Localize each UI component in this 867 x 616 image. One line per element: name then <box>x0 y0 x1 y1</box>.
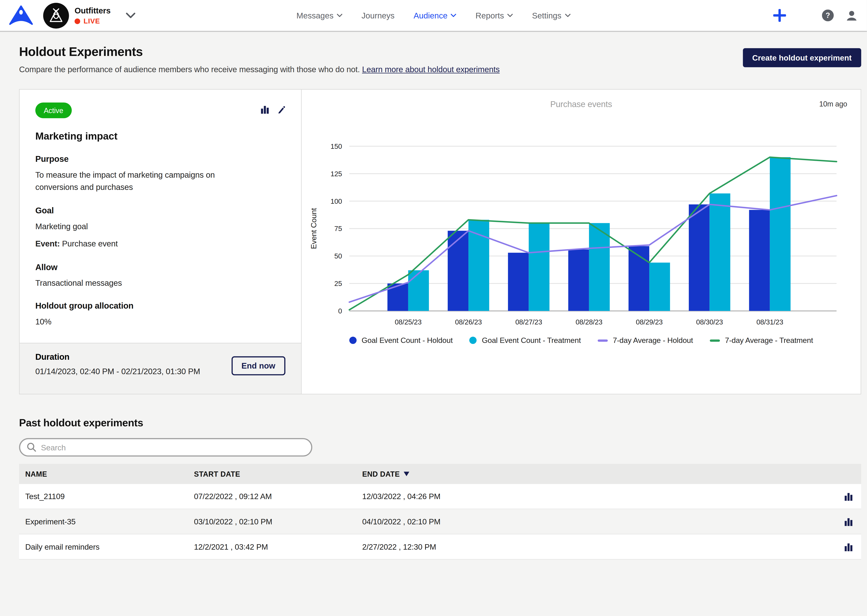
experiment-chart-panel: Purchase events 10m ago 0255075100125150… <box>302 90 861 394</box>
purchase-events-chart: 025507510012515008/25/2308/26/2308/27/23… <box>302 129 863 337</box>
legend-line-treatment-icon <box>710 339 720 341</box>
table-header-row: NAME START DATE END DATE <box>19 464 861 484</box>
goal-text: Marketing goal <box>35 220 285 233</box>
legend-line-holdout-icon <box>597 339 608 341</box>
start-date-cell: 03/10/2022 , 02:10 PM <box>194 517 362 526</box>
view-report-icon[interactable] <box>844 492 853 501</box>
project-switcher-chevron-icon[interactable] <box>126 12 136 19</box>
purpose-label: Purpose <box>35 154 285 163</box>
goal-section: Goal Marketing goal Event: Purchase even… <box>35 206 285 250</box>
legend-item: 7-day Average - Holdout <box>597 336 693 344</box>
nav-settings[interactable]: Settings <box>532 11 571 20</box>
active-experiment-card: Active Marketing impact Purpose To measu… <box>19 89 861 394</box>
svg-text:08/27/23: 08/27/23 <box>515 318 542 326</box>
account-icon[interactable] <box>845 9 858 22</box>
allocation-value: 10% <box>35 316 285 328</box>
start-date-cell: 07/22/2022 , 09:12 AM <box>194 492 362 501</box>
top-bar: Outfitters LIVE Messages Journeys Audien… <box>0 0 867 32</box>
nav-audience[interactable]: Audience <box>414 11 457 20</box>
brand-avatar <box>43 3 69 28</box>
goal-label: Goal <box>35 206 285 215</box>
table-row: Experiment-35 03/10/2022 , 02:10 PM 04/1… <box>19 509 861 534</box>
column-header-name[interactable]: NAME <box>25 470 194 478</box>
end-date-cell: 04/10/2022 , 02:10 PM <box>362 517 835 526</box>
allocation-section: Holdout group allocation 10% <box>35 301 285 328</box>
end-date-cell: 12/03/2022 , 04:26 PM <box>362 492 835 501</box>
legend-dot-holdout-icon <box>349 337 356 344</box>
svg-text:?: ? <box>826 11 830 19</box>
page-title: Holdout Experiments <box>19 45 861 59</box>
allow-text: Transactional messages <box>35 277 285 289</box>
legend-item: Goal Event Count - Holdout <box>349 336 452 344</box>
create-plus-icon[interactable] <box>773 9 786 22</box>
learn-more-link[interactable]: Learn more about holdout experiments <box>362 65 500 74</box>
search-icon <box>27 443 36 452</box>
view-report-icon[interactable] <box>844 543 853 551</box>
brand-name: Outfitters <box>75 6 111 15</box>
view-report-icon[interactable] <box>261 105 269 114</box>
allow-label: Allow <box>35 262 285 272</box>
column-header-start-date[interactable]: START DATE <box>194 470 362 478</box>
nav-journeys[interactable]: Journeys <box>361 11 394 20</box>
main-content: Holdout Experiments Compare the performa… <box>19 32 861 559</box>
svg-text:08/28/23: 08/28/23 <box>575 318 602 326</box>
chevron-down-icon <box>508 14 512 16</box>
edit-pencil-icon[interactable] <box>277 105 285 114</box>
nav-messages[interactable]: Messages <box>296 11 342 20</box>
airship-logo-icon[interactable] <box>8 5 34 26</box>
purpose-section: Purpose To measure the impact of marketi… <box>35 154 285 194</box>
past-experiments-table: NAME START DATE END DATE Test_21109 07/2… <box>19 464 861 559</box>
experiment-name-cell: Experiment-35 <box>25 517 194 526</box>
svg-text:08/26/23: 08/26/23 <box>455 318 482 326</box>
chart-legend: Goal Event Count - Holdout Goal Event Co… <box>302 336 861 344</box>
chevron-down-icon <box>337 14 342 16</box>
purpose-text: To measure the impact of marketing campa… <box>35 169 242 194</box>
page-header: Holdout Experiments Compare the performa… <box>19 32 861 74</box>
main-nav: Messages Journeys Audience Reports Setti… <box>296 11 571 20</box>
live-badge: LIVE <box>75 17 111 25</box>
legend-item: 7-day Average - Treatment <box>710 336 813 344</box>
column-header-end-date[interactable]: END DATE <box>362 470 835 478</box>
svg-text:Event Count: Event Count <box>309 208 318 249</box>
chart-title: Purchase events <box>302 99 861 108</box>
svg-text:08/29/23: 08/29/23 <box>636 318 663 326</box>
end-date-cell: 2/27/2022 , 12:30 PM <box>362 542 835 551</box>
app: Outfitters LIVE Messages Journeys Audien… <box>0 0 867 616</box>
search-bar[interactable] <box>19 438 312 457</box>
svg-text:75: 75 <box>334 225 342 233</box>
start-date-cell: 12/2/2021 , 03:42 PM <box>194 542 362 551</box>
topbar-actions: ? <box>773 9 858 22</box>
svg-text:100: 100 <box>331 197 342 205</box>
legend-dot-treatment-icon <box>470 337 477 344</box>
svg-text:08/25/23: 08/25/23 <box>395 318 422 326</box>
svg-text:50: 50 <box>334 252 342 260</box>
nav-reports[interactable]: Reports <box>475 11 513 20</box>
svg-text:150: 150 <box>331 142 342 150</box>
experiment-name-cell: Daily email reminders <box>25 542 194 551</box>
help-icon[interactable]: ? <box>822 9 834 21</box>
search-input[interactable] <box>41 443 304 452</box>
sort-descending-icon <box>404 471 410 476</box>
live-dot-icon <box>75 19 80 24</box>
chevron-down-icon <box>451 14 456 16</box>
experiment-name: Marketing impact <box>35 130 285 142</box>
goal-event: Event: Purchase event <box>35 238 285 250</box>
experiment-name-cell: Test_21109 <box>25 492 194 501</box>
status-badge: Active <box>35 102 72 118</box>
end-now-button[interactable]: End now <box>232 356 285 376</box>
past-experiments-heading: Past holdout experiments <box>19 417 861 429</box>
chevron-down-icon <box>565 14 570 16</box>
allocation-label: Holdout group allocation <box>35 301 285 310</box>
page-subtitle: Compare the performance of audience memb… <box>19 65 861 74</box>
create-holdout-experiment-button[interactable]: Create holdout experiment <box>743 48 861 67</box>
brand-info: Outfitters LIVE <box>75 6 111 25</box>
chart-updated-timestamp: 10m ago <box>819 100 847 108</box>
svg-text:25: 25 <box>334 280 342 288</box>
legend-item: Goal Event Count - Treatment <box>470 336 581 344</box>
view-report-icon[interactable] <box>844 517 853 526</box>
svg-text:0: 0 <box>338 307 342 315</box>
allow-section: Allow Transactional messages <box>35 262 285 289</box>
experiment-details-panel: Active Marketing impact Purpose To measu… <box>20 90 302 394</box>
svg-text:08/31/23: 08/31/23 <box>757 318 783 326</box>
table-row: Test_21109 07/22/2022 , 09:12 AM 12/03/2… <box>19 484 861 509</box>
